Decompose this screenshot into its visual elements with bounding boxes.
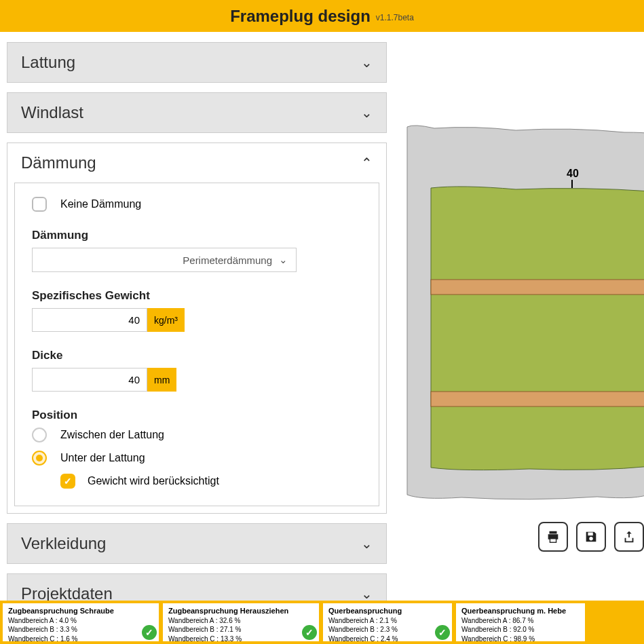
no-insulation-checkbox[interactable] [32,197,47,212]
preview-panel: 40 [394,32,644,601]
chevron-down-icon: ⌄ [279,254,288,266]
result-card: Querbeanspruchung m. Hebe Wandbereich A … [456,603,585,641]
result-line: Wandbereich B : 27.1 % [168,625,314,634]
accordion-title: Dämmung [21,153,96,172]
app-version: v1.1.7beta [376,13,414,22]
save-button[interactable] [576,522,606,552]
chevron-down-icon: ⌄ [361,586,373,602]
save-icon [584,529,599,544]
result-line: Wandbereich B : 2.3 % [328,625,447,634]
result-line: Wandbereich C : 2.4 % [328,634,447,644]
svg-point-4 [589,537,593,541]
daemmung-type-label: Dämmung [32,229,362,242]
svg-rect-3 [588,533,592,536]
result-card: Querbeanspruchung Wandbereich A : 2.1 % … [323,603,452,641]
result-line: Wandbereich C : 98.9 % [461,634,580,644]
result-line: Wandbereich A : 86.7 % [461,616,580,626]
thickness-input[interactable] [32,368,147,392]
chevron-up-icon: ⌃ [361,155,373,171]
print-button[interactable] [538,522,568,552]
thickness-label: Dicke [32,349,362,362]
result-line: Wandbereich C : 13.3 % [168,634,314,644]
chevron-down-icon: ⌄ [361,105,373,121]
wall-illustration [394,100,644,520]
form-panel: Lattung ⌄ Windlast ⌄ Dämmung ⌃ Keine Däm… [0,32,394,601]
position-between-radio[interactable] [32,428,47,442]
accordion-title: Lattung [21,53,75,72]
result-line: Wandbereich B : 3.3 % [8,625,153,634]
chevron-down-icon: ⌄ [361,54,373,71]
app-header: Frameplug design v1.1.7beta [0,0,644,32]
result-line: Wandbereich A : 32.6 % [168,616,314,626]
check-icon: ✓ [302,625,317,640]
accordion-header[interactable]: Dämmung ⌃ [7,143,386,183]
weight-unit: kg/m³ [147,308,185,332]
svg-rect-0 [431,280,644,295]
select-value: Perimeterdämmung [183,254,272,266]
position-under-label: Unter der Lattung [60,452,145,464]
accordion-windlast[interactable]: Windlast ⌄ [7,92,387,133]
upload-icon [622,529,637,544]
result-line: Wandbereich A : 4.0 % [8,616,153,626]
weight-label: Spezifisches Gewicht [32,289,362,303]
result-title: Zugbeanspruchung Herausziehen [168,606,314,616]
daemmung-body: Keine Dämmung Dämmung Perimeterdämmung ⌄… [14,183,379,506]
results-footer: Zugbeanspruchung Schraube Wandbereich A … [0,601,644,644]
weight-input[interactable] [32,308,147,332]
dimension-label: 40 [567,168,579,180]
result-line: Wandbereich A : 2.1 % [328,616,447,626]
action-bar [538,522,644,552]
accordion-verkleidung[interactable]: Verkleidung ⌄ [7,523,387,564]
no-insulation-label: Keine Dämmung [60,198,141,210]
thickness-unit: mm [147,368,176,392]
position-between-label: Zwischen der Lattung [60,429,164,441]
svg-rect-1 [431,392,644,406]
daemmung-type-select[interactable]: Perimeterdämmung ⌄ [32,248,297,272]
weight-considered-label: Gewicht wird berücksichtigt [88,475,219,487]
result-card: Zugbeanspruchung Schraube Wandbereich A … [3,603,159,641]
accordion-title: Windlast [21,103,83,122]
check-icon: ✓ [435,625,450,640]
svg-rect-2 [550,539,556,543]
result-title: Querbeanspruchung [328,606,447,616]
accordion-title: Verkleidung [21,534,106,553]
check-icon: ✓ [142,625,157,640]
dimension-tick [571,180,573,188]
position-label: Position [32,409,362,422]
print-icon [546,529,561,544]
weight-considered-checkbox[interactable]: ✓ [60,474,75,489]
app-title: Frameplug design [230,7,371,26]
accordion-lattung[interactable]: Lattung ⌄ [7,42,387,83]
result-line: Wandbereich B : 92.0 % [461,625,580,634]
export-button[interactable] [614,522,644,552]
position-under-radio[interactable] [32,451,47,466]
chevron-down-icon: ⌄ [361,535,373,552]
result-title: Querbeanspruchung m. Hebe [461,606,580,616]
result-title: Zugbeanspruchung Schraube [8,606,153,616]
result-line: Wandbereich C : 1.6 % [8,634,153,644]
accordion-daemmung: Dämmung ⌃ Keine Dämmung Dämmung Perimete… [7,143,387,514]
result-card: Zugbeanspruchung Herausziehen Wandbereic… [163,603,319,641]
